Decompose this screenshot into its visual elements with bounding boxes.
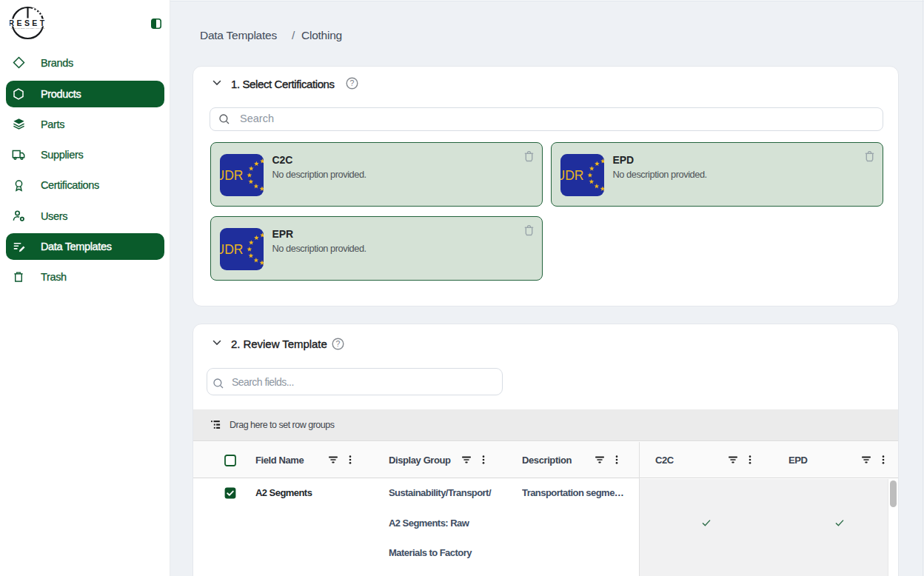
svg-text:SUSTAINABLE APPAREL ALLIANCE: SUSTAINABLE APPAREL ALLIANCE xyxy=(11,27,45,30)
svg-text:RESET: RESET xyxy=(10,19,47,27)
svg-text:UDR: UDR xyxy=(220,242,243,257)
svg-text:?: ? xyxy=(350,78,355,87)
svg-text:UDR: UDR xyxy=(220,168,243,183)
svg-text:UDR: UDR xyxy=(560,168,583,183)
svg-text:?: ? xyxy=(336,339,341,348)
